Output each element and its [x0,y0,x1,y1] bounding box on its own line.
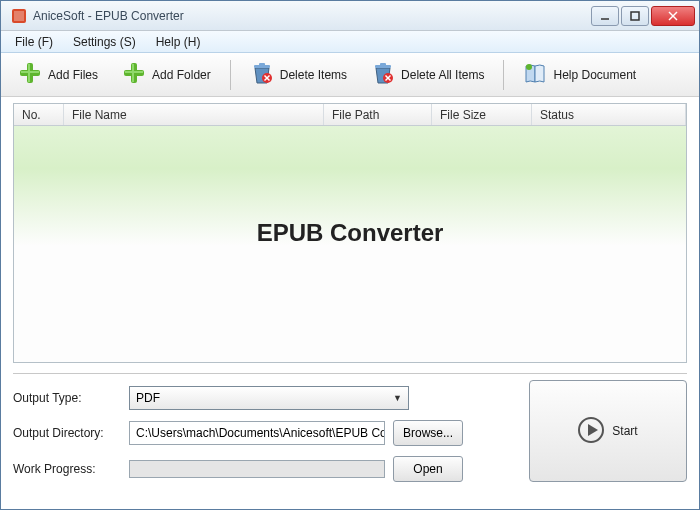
menu-settings[interactable]: Settings (S) [63,33,146,51]
column-filename[interactable]: File Name [64,104,324,125]
svg-rect-20 [380,63,386,66]
play-icon [578,417,604,446]
close-button[interactable] [651,6,695,26]
app-icon [11,8,27,24]
output-type-label: Output Type: [13,391,121,405]
column-no[interactable]: No. [14,104,64,125]
plus-icon [18,61,42,88]
file-list: No. File Name File Path File Size Status… [13,103,687,363]
add-files-label: Add Files [48,68,98,82]
watermark-text: EPUB Converter [257,219,444,247]
trash-icon [371,61,395,88]
work-progress-label: Work Progress: [13,462,121,476]
settings-panel: Output Type: PDF ▼ Output Directory: C:\… [13,380,517,482]
open-button[interactable]: Open [393,456,463,482]
minimize-button[interactable] [591,6,619,26]
svg-rect-1 [14,11,24,21]
output-type-select[interactable]: PDF ▼ [129,386,409,410]
output-dir-row: Output Directory: C:\Users\mach\Document… [13,420,517,446]
column-status[interactable]: Status [532,104,686,125]
titlebar: AniceSoft - EPUB Converter [1,1,699,31]
browse-button[interactable]: Browse... [393,420,463,446]
work-progress-row: Work Progress: Open [13,456,517,482]
column-filepath[interactable]: File Path [324,104,432,125]
output-dir-field[interactable]: C:\Users\mach\Documents\Anicesoft\EPUB C… [129,421,385,445]
svg-rect-15 [259,63,265,66]
start-panel: Start [529,380,687,482]
delete-all-label: Delete All Items [401,68,484,82]
help-doc-label: Help Document [553,68,636,82]
trash-icon [250,61,274,88]
app-window: AniceSoft - EPUB Converter File (F) Sett… [0,0,700,510]
book-icon [523,61,547,88]
output-type-row: Output Type: PDF ▼ [13,386,517,410]
window-title: AniceSoft - EPUB Converter [33,9,591,23]
menubar: File (F) Settings (S) Help (H) [1,31,699,53]
output-dir-label: Output Directory: [13,426,121,440]
menu-help[interactable]: Help (H) [146,33,211,51]
progress-bar [129,460,385,478]
add-files-button[interactable]: Add Files [7,57,109,93]
divider [13,373,687,374]
toolbar-separator [230,60,231,90]
svg-rect-3 [631,12,639,20]
start-label: Start [612,424,637,438]
maximize-button[interactable] [621,6,649,26]
column-filesize[interactable]: File Size [432,104,532,125]
output-dir-value: C:\Users\mach\Documents\Anicesoft\EPUB C… [136,426,385,440]
window-controls [591,6,695,26]
add-folder-button[interactable]: Add Folder [111,57,222,93]
toolbar-separator [503,60,504,90]
svg-rect-13 [125,71,143,73]
output-type-value: PDF [136,391,160,405]
delete-items-button[interactable]: Delete Items [239,57,358,93]
svg-point-24 [526,64,532,70]
chevron-down-icon: ▼ [393,393,402,403]
toolbar: Add Files Add Folder Delete Items Delete… [1,53,699,97]
delete-items-label: Delete Items [280,68,347,82]
file-list-header: No. File Name File Path File Size Status [14,104,686,126]
delete-all-button[interactable]: Delete All Items [360,57,495,93]
add-folder-label: Add Folder [152,68,211,82]
menu-file[interactable]: File (F) [5,33,63,51]
plus-icon [122,61,146,88]
svg-rect-9 [21,71,39,73]
bottom-panel: Output Type: PDF ▼ Output Directory: C:\… [13,380,687,482]
help-document-button[interactable]: Help Document [512,57,647,93]
start-button[interactable]: Start [529,380,687,482]
